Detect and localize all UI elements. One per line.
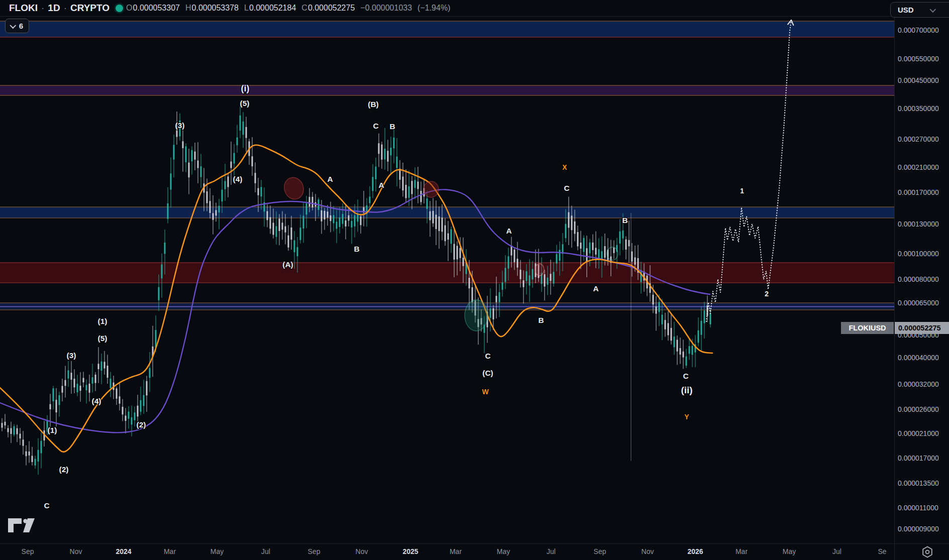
time-tick: May	[497, 547, 510, 555]
wave-label: A	[378, 181, 384, 189]
wave-label: (5)	[98, 334, 108, 343]
time-tick: Sep	[594, 547, 606, 555]
current-price-tag: 0.000052275	[895, 322, 949, 334]
currency-selector-button[interactable]: USD	[890, 2, 949, 18]
price-tick: 0.000270000	[898, 135, 939, 143]
current-price-value: 0.000052275	[898, 324, 941, 332]
wave-label: A	[327, 175, 333, 183]
time-scale[interactable]: SepNov2024MarMayJulSepNov2025MarMayJulSe…	[0, 543, 949, 560]
wave-label: (4)	[233, 175, 243, 183]
wave-label: (2)	[59, 465, 69, 474]
tradingview-chart-window: (i)(5)(3)(4)AB(A)(B)CBAXCABABC(C)WC(ii)Y…	[0, 0, 949, 560]
wave-label: (1)	[48, 426, 57, 434]
wave-label: (ii)	[681, 385, 692, 395]
wave-label: (B)	[368, 100, 379, 108]
time-tick: Mar	[450, 547, 462, 555]
wave-label: A	[506, 227, 511, 235]
chevron-down-icon	[10, 22, 16, 29]
time-tick: May	[783, 547, 796, 555]
wave-label: C	[485, 352, 490, 360]
time-tick: Nov	[642, 547, 654, 555]
price-tick: 0.000700000	[898, 26, 939, 34]
wave-label: C	[44, 501, 49, 510]
chevron-down-icon	[929, 6, 936, 13]
wave-label: (A)	[282, 260, 293, 269]
price-tick: 0.000011000	[898, 504, 938, 512]
time-tick-year: 2025	[402, 547, 418, 555]
symbol-price-tag: FLOKIUSD	[841, 322, 894, 334]
wave-label: (1)	[98, 317, 108, 325]
price-tick: 0.000021000	[898, 429, 939, 437]
time-tick: Mar	[164, 547, 176, 555]
price-tick: 0.000032000	[898, 380, 939, 388]
price-tick: 0.000017000	[898, 454, 939, 462]
wave-label: B	[622, 216, 627, 225]
price-chart-canvas[interactable]: (i)(5)(3)(4)AB(A)(B)CBAXCABABC(C)WC(ii)Y…	[0, 0, 949, 560]
price-tick: 0.000210000	[898, 163, 939, 171]
symbol-tag-label: FLOKIUSD	[849, 324, 886, 332]
price-tick: 0.000450000	[898, 76, 939, 84]
wave-label: (3)	[175, 121, 185, 130]
price-tick: 0.000130000	[898, 220, 939, 228]
wave-label: B	[389, 122, 395, 131]
currency-label: USD	[898, 6, 914, 14]
object-count-label: 6	[19, 22, 23, 30]
wave-label: (C)	[482, 369, 493, 377]
time-tick: Jul	[547, 547, 556, 555]
price-tick: 0.000013500	[898, 479, 939, 487]
wave-label: (i)	[241, 83, 250, 93]
price-tick: 0.000550000	[898, 55, 939, 63]
time-tick: Jul	[261, 547, 270, 555]
time-tick: Jul	[832, 547, 841, 555]
time-tick: Sep	[22, 547, 34, 555]
wave-label: (3)	[67, 351, 76, 360]
wave-label: (2)	[137, 420, 146, 429]
wave-label: (4)	[92, 397, 101, 405]
wave-label: B	[354, 245, 359, 253]
wave-label: Y	[684, 413, 689, 421]
wave-label: C	[373, 122, 378, 130]
wave-label: X	[562, 163, 567, 171]
time-tick: Nov	[70, 547, 82, 555]
price-tick: 0.000009000	[898, 525, 939, 533]
wave-label: (5)	[240, 99, 250, 107]
price-tick: 0.000100000	[898, 250, 939, 258]
time-tick: Nov	[356, 547, 368, 555]
wave-label: W	[482, 388, 489, 396]
time-tick-year: 2026	[687, 547, 703, 555]
time-tick-year: 2024	[116, 547, 131, 555]
price-tick: 0.000080000	[898, 275, 939, 283]
wave-label: 1	[740, 187, 744, 195]
wave-label: 2	[765, 290, 769, 298]
price-tick: 0.000026000	[898, 405, 939, 413]
scale-settings-gear-icon[interactable]	[921, 545, 934, 558]
wave-label: B	[538, 316, 544, 324]
wave-label: A	[593, 284, 598, 293]
price-scale[interactable]: 0.0007000000.0005500000.0004500000.00035…	[895, 16, 949, 543]
time-tick: May	[210, 547, 224, 555]
price-tick: 0.000350000	[898, 104, 939, 113]
price-tick: 0.000040000	[898, 354, 939, 362]
time-tick: Se	[878, 547, 886, 555]
time-tick: Mar	[735, 547, 748, 555]
wave-label: C	[564, 184, 569, 192]
price-tick: 0.000170000	[898, 188, 939, 196]
price-tick: 0.000065000	[898, 299, 939, 307]
time-tick: Sep	[308, 547, 321, 555]
wave-label: C	[683, 372, 688, 380]
object-tree-button[interactable]: 6	[5, 19, 29, 33]
